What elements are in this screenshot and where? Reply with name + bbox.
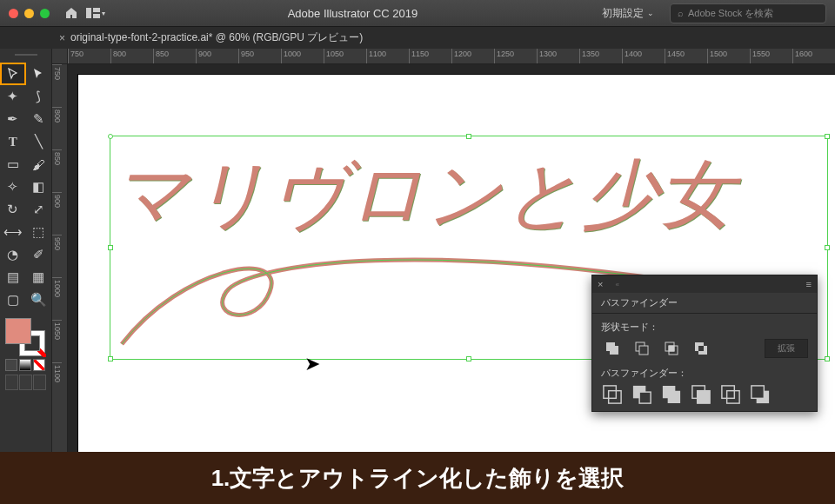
- svg-rect-0: [86, 8, 91, 18]
- color-mode-row: [5, 359, 46, 371]
- search-icon: ⌕: [678, 8, 684, 18]
- svg-rect-12: [698, 346, 704, 351]
- pathfinder-panel: × « ≡ パスファインダー 形状モード： 拡張 パスファインダー：: [591, 275, 818, 412]
- workspace-switcher[interactable]: 初期設定 ⌄: [595, 3, 661, 24]
- rectangle-tool[interactable]: ▭: [0, 153, 26, 176]
- svg-rect-6: [639, 346, 648, 355]
- outline-button[interactable]: [719, 385, 742, 404]
- search-placeholder: Adobe Stock を検索: [688, 7, 773, 20]
- artwork-text[interactable]: マリヴロンと少女: [113, 144, 736, 246]
- pen-tool[interactable]: ✒: [0, 108, 26, 130]
- rotate-tool[interactable]: ↻: [0, 198, 26, 221]
- zoom-tool[interactable]: 🔍: [26, 288, 52, 311]
- eyedropper-tool[interactable]: ✐: [26, 243, 52, 266]
- trim-button[interactable]: [631, 385, 653, 404]
- panel-close-icon[interactable]: ×: [598, 279, 603, 289]
- close-window[interactable]: [9, 9, 18, 18]
- merge-button[interactable]: [660, 385, 683, 404]
- magic-wand-tool[interactable]: ✦: [0, 85, 26, 108]
- none-mode[interactable]: [33, 359, 45, 371]
- ruler-vertical[interactable]: 750800850900950100010501100: [52, 64, 68, 452]
- document-tab[interactable]: original-type-font-2-practice.ai* @ 60% …: [70, 30, 363, 45]
- svg-rect-4: [610, 346, 618, 355]
- panel-tab-pathfinder[interactable]: パスファインダー: [592, 293, 817, 314]
- draw-behind[interactable]: [19, 375, 32, 390]
- window-controls: [9, 9, 50, 18]
- gradient-tool[interactable]: ▤: [0, 266, 26, 288]
- color-mode[interactable]: [5, 359, 17, 371]
- canvas[interactable]: 7508008509009501000105011001150120012501…: [52, 49, 835, 452]
- titlebar: ▾ Adobe Illustrator CC 2019 初期設定 ⌄ ⌕ Ado…: [0, 0, 835, 26]
- minus-back-button[interactable]: [749, 385, 772, 404]
- svg-rect-20: [727, 391, 739, 403]
- draw-normal[interactable]: [5, 375, 18, 390]
- maximize-window[interactable]: [40, 9, 50, 18]
- scale-tool[interactable]: ⤢: [26, 198, 52, 221]
- minimize-window[interactable]: [24, 9, 34, 18]
- free-transform-tool[interactable]: ⬚: [26, 221, 52, 243]
- ruler-horizontal[interactable]: 7508008509009501000105011001150120012501…: [68, 49, 835, 64]
- curvature-tool[interactable]: ✎: [26, 108, 52, 130]
- line-tool[interactable]: ╲: [26, 130, 52, 153]
- width-tool[interactable]: ⟷: [0, 221, 26, 243]
- chevron-down-icon: ⌄: [647, 9, 654, 17]
- panel-collapse-icon[interactable]: «: [615, 281, 618, 288]
- gradient-mode[interactable]: [19, 359, 31, 371]
- minus-front-button[interactable]: [631, 339, 653, 358]
- toolbox: ✦ ⟆ ✒ ✎ T ╲ ▭ 🖌 ✧ ◧ ↻ ⤢ ⟷ ⬚ ◔ ✐ ▤ ▦ ▢ 🔍: [0, 49, 52, 452]
- direct-selection-tool[interactable]: [26, 63, 52, 85]
- intersect-button[interactable]: [660, 339, 683, 358]
- workspace-label: 初期設定: [602, 6, 644, 21]
- pathfinder-label: パスファインダー：: [601, 367, 808, 380]
- shape-mode-label: 形状モード：: [601, 321, 808, 334]
- selection-tool[interactable]: [0, 63, 26, 85]
- shaper-tool[interactable]: ✧: [0, 176, 26, 198]
- unite-button[interactable]: [601, 339, 624, 358]
- draw-inside[interactable]: [33, 375, 46, 390]
- type-tool[interactable]: T: [0, 130, 26, 153]
- svg-rect-16: [639, 392, 651, 403]
- svg-rect-9: [669, 346, 674, 351]
- fill-swatch[interactable]: [5, 318, 31, 344]
- expand-button[interactable]: 拡張: [765, 339, 808, 358]
- svg-rect-18: [698, 391, 710, 403]
- home-icon[interactable]: [62, 3, 81, 23]
- app-title: Adobe Illustrator CC 2019: [110, 7, 595, 20]
- document-tab-strip: × original-type-font-2-practice.ai* @ 60…: [0, 26, 835, 49]
- shape-builder-tool[interactable]: ◔: [0, 243, 26, 266]
- paintbrush-tool[interactable]: 🖌: [26, 153, 52, 176]
- svg-rect-14: [609, 391, 621, 403]
- mesh-tool[interactable]: ▦: [26, 266, 52, 288]
- tutorial-caption: 1.文字とアウトライン化した飾りを選択: [0, 452, 835, 504]
- crop-button[interactable]: [690, 385, 712, 404]
- svg-rect-13: [604, 386, 616, 398]
- draw-modes: [5, 375, 46, 390]
- panel-menu-icon[interactable]: ≡: [806, 279, 812, 289]
- eraser-tool[interactable]: ◧: [26, 176, 52, 198]
- arrange-documents-icon[interactable]: ▾: [86, 3, 105, 23]
- fill-stroke-swatch[interactable]: [5, 318, 45, 356]
- svg-rect-22: [752, 386, 764, 398]
- close-tab-icon[interactable]: ×: [59, 32, 65, 44]
- divide-button[interactable]: [601, 385, 624, 404]
- svg-rect-1: [93, 8, 100, 12]
- svg-rect-19: [722, 386, 734, 398]
- search-input[interactable]: ⌕ Adobe Stock を検索: [670, 3, 826, 23]
- exclude-button[interactable]: [690, 339, 712, 358]
- ruler-origin[interactable]: [52, 49, 68, 64]
- lasso-tool[interactable]: ⟆: [26, 85, 52, 108]
- svg-rect-2: [93, 14, 100, 18]
- artboard-tool[interactable]: ▢: [0, 288, 26, 311]
